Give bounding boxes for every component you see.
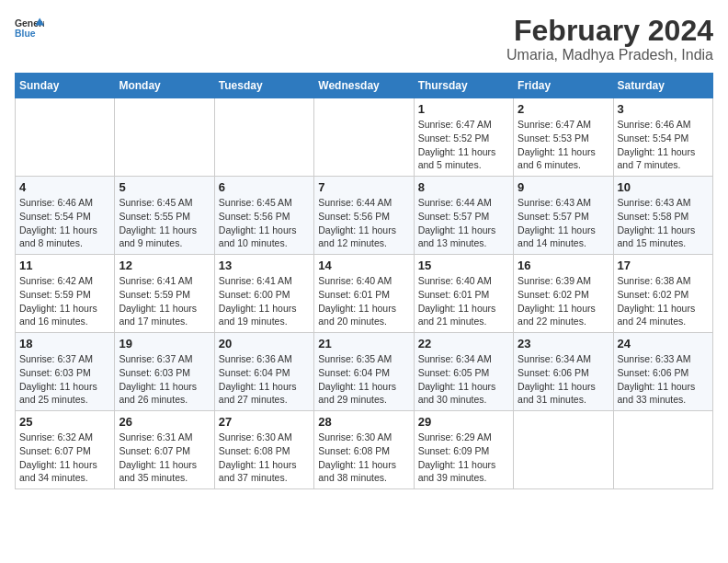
day-of-week-header: Wednesday xyxy=(314,74,414,98)
day-detail: Sunrise: 6:29 AM Sunset: 6:09 PM Dayligh… xyxy=(418,431,509,485)
calendar-cell: 8Sunrise: 6:44 AM Sunset: 5:57 PM Daylig… xyxy=(414,177,513,255)
day-number: 9 xyxy=(518,180,609,194)
calendar-cell: 15Sunrise: 6:40 AM Sunset: 6:01 PM Dayli… xyxy=(414,255,513,333)
logo: General Blue General Blue xyxy=(15,15,44,40)
calendar-cell xyxy=(16,98,115,177)
day-detail: Sunrise: 6:30 AM Sunset: 6:08 PM Dayligh… xyxy=(318,431,409,485)
title-block: February 2024 Umaria, Madhya Pradesh, In… xyxy=(506,15,713,63)
calendar-cell: 3Sunrise: 6:46 AM Sunset: 5:54 PM Daylig… xyxy=(613,98,712,177)
day-detail: Sunrise: 6:36 AM Sunset: 6:04 PM Dayligh… xyxy=(219,352,310,407)
day-detail: Sunrise: 6:43 AM Sunset: 5:58 PM Dayligh… xyxy=(618,196,709,250)
day-detail: Sunrise: 6:47 AM Sunset: 5:52 PM Dayligh… xyxy=(418,118,509,172)
calendar-cell: 6Sunrise: 6:45 AM Sunset: 5:56 PM Daylig… xyxy=(214,177,313,255)
calendar-cell: 16Sunrise: 6:39 AM Sunset: 6:02 PM Dayli… xyxy=(514,255,613,333)
day-detail: Sunrise: 6:34 AM Sunset: 6:06 PM Dayligh… xyxy=(518,352,609,407)
calendar-cell: 13Sunrise: 6:41 AM Sunset: 6:00 PM Dayli… xyxy=(214,255,313,333)
month-year-title: February 2024 xyxy=(506,15,713,47)
day-detail: Sunrise: 6:46 AM Sunset: 5:54 PM Dayligh… xyxy=(618,118,709,172)
calendar-week-row: 1Sunrise: 6:47 AM Sunset: 5:52 PM Daylig… xyxy=(16,98,713,177)
day-number: 19 xyxy=(119,337,210,350)
day-number: 14 xyxy=(318,259,409,272)
calendar-cell xyxy=(613,411,712,489)
calendar-cell: 23Sunrise: 6:34 AM Sunset: 6:06 PM Dayli… xyxy=(514,333,613,411)
calendar-cell: 1Sunrise: 6:47 AM Sunset: 5:52 PM Daylig… xyxy=(414,98,513,177)
calendar-cell xyxy=(514,411,613,489)
day-number: 3 xyxy=(618,102,709,116)
day-detail: Sunrise: 6:34 AM Sunset: 6:05 PM Dayligh… xyxy=(418,352,509,407)
day-detail: Sunrise: 6:47 AM Sunset: 5:53 PM Dayligh… xyxy=(518,118,609,172)
day-of-week-header: Tuesday xyxy=(214,74,313,98)
calendar-cell: 25Sunrise: 6:32 AM Sunset: 6:07 PM Dayli… xyxy=(16,411,115,489)
day-number: 11 xyxy=(19,259,110,272)
svg-text:Blue: Blue xyxy=(15,29,36,39)
day-number: 15 xyxy=(418,259,509,272)
day-number: 29 xyxy=(418,415,509,429)
day-detail: Sunrise: 6:41 AM Sunset: 5:59 PM Dayligh… xyxy=(119,274,210,328)
calendar-cell: 4Sunrise: 6:46 AM Sunset: 5:54 PM Daylig… xyxy=(16,177,115,255)
location-subtitle: Umaria, Madhya Pradesh, India xyxy=(506,47,713,63)
calendar-cell: 21Sunrise: 6:35 AM Sunset: 6:04 PM Dayli… xyxy=(314,333,414,411)
calendar-table: SundayMondayTuesdayWednesdayThursdayFrid… xyxy=(15,73,713,489)
calendar-week-row: 25Sunrise: 6:32 AM Sunset: 6:07 PM Dayli… xyxy=(16,411,713,489)
day-number: 16 xyxy=(518,259,609,272)
day-number: 17 xyxy=(618,259,709,272)
day-number: 23 xyxy=(518,337,609,350)
day-detail: Sunrise: 6:40 AM Sunset: 6:01 PM Dayligh… xyxy=(318,274,409,328)
day-number: 5 xyxy=(119,180,210,194)
day-of-week-header: Saturday xyxy=(613,74,712,98)
day-of-week-header: Thursday xyxy=(414,74,513,98)
day-detail: Sunrise: 6:33 AM Sunset: 6:06 PM Dayligh… xyxy=(618,352,709,407)
calendar-cell: 26Sunrise: 6:31 AM Sunset: 6:07 PM Dayli… xyxy=(115,411,214,489)
calendar-cell: 7Sunrise: 6:44 AM Sunset: 5:56 PM Daylig… xyxy=(314,177,414,255)
day-number: 13 xyxy=(219,259,310,272)
calendar-cell: 2Sunrise: 6:47 AM Sunset: 5:53 PM Daylig… xyxy=(514,98,613,177)
calendar-cell: 10Sunrise: 6:43 AM Sunset: 5:58 PM Dayli… xyxy=(613,177,712,255)
day-number: 8 xyxy=(418,180,509,194)
day-number: 18 xyxy=(19,337,110,350)
day-detail: Sunrise: 6:39 AM Sunset: 6:02 PM Dayligh… xyxy=(518,274,609,328)
day-number: 6 xyxy=(219,180,310,194)
day-of-week-header: Monday xyxy=(115,74,214,98)
calendar-header-row: SundayMondayTuesdayWednesdayThursdayFrid… xyxy=(16,74,713,98)
day-detail: Sunrise: 6:32 AM Sunset: 6:07 PM Dayligh… xyxy=(19,431,110,485)
calendar-cell: 14Sunrise: 6:40 AM Sunset: 6:01 PM Dayli… xyxy=(314,255,414,333)
calendar-week-row: 18Sunrise: 6:37 AM Sunset: 6:03 PM Dayli… xyxy=(16,333,713,411)
day-number: 22 xyxy=(418,337,509,350)
day-detail: Sunrise: 6:43 AM Sunset: 5:57 PM Dayligh… xyxy=(518,196,609,250)
calendar-cell: 5Sunrise: 6:45 AM Sunset: 5:55 PM Daylig… xyxy=(115,177,214,255)
day-detail: Sunrise: 6:46 AM Sunset: 5:54 PM Dayligh… xyxy=(19,196,110,250)
calendar-cell: 29Sunrise: 6:29 AM Sunset: 6:09 PM Dayli… xyxy=(414,411,513,489)
day-of-week-header: Friday xyxy=(514,74,613,98)
day-detail: Sunrise: 6:37 AM Sunset: 6:03 PM Dayligh… xyxy=(119,352,210,407)
calendar-cell: 28Sunrise: 6:30 AM Sunset: 6:08 PM Dayli… xyxy=(314,411,414,489)
day-detail: Sunrise: 6:30 AM Sunset: 6:08 PM Dayligh… xyxy=(219,431,310,485)
day-number: 4 xyxy=(19,180,110,194)
calendar-cell xyxy=(214,98,313,177)
calendar-cell: 27Sunrise: 6:30 AM Sunset: 6:08 PM Dayli… xyxy=(214,411,313,489)
day-detail: Sunrise: 6:44 AM Sunset: 5:56 PM Dayligh… xyxy=(318,196,409,250)
day-number: 10 xyxy=(618,180,709,194)
day-detail: Sunrise: 6:44 AM Sunset: 5:57 PM Dayligh… xyxy=(418,196,509,250)
day-detail: Sunrise: 6:40 AM Sunset: 6:01 PM Dayligh… xyxy=(418,274,509,328)
calendar-cell xyxy=(115,98,214,177)
calendar-cell: 22Sunrise: 6:34 AM Sunset: 6:05 PM Dayli… xyxy=(414,333,513,411)
day-number: 28 xyxy=(318,415,409,429)
day-number: 2 xyxy=(518,102,609,116)
day-number: 27 xyxy=(219,415,310,429)
calendar-cell: 20Sunrise: 6:36 AM Sunset: 6:04 PM Dayli… xyxy=(214,333,313,411)
calendar-cell xyxy=(314,98,414,177)
day-detail: Sunrise: 6:45 AM Sunset: 5:55 PM Dayligh… xyxy=(119,196,210,250)
day-number: 25 xyxy=(19,415,110,429)
day-detail: Sunrise: 6:41 AM Sunset: 6:00 PM Dayligh… xyxy=(219,274,310,328)
day-number: 20 xyxy=(219,337,310,350)
calendar-cell: 18Sunrise: 6:37 AM Sunset: 6:03 PM Dayli… xyxy=(16,333,115,411)
day-number: 7 xyxy=(318,180,409,194)
calendar-cell: 11Sunrise: 6:42 AM Sunset: 5:59 PM Dayli… xyxy=(16,255,115,333)
day-of-week-header: Sunday xyxy=(16,74,115,98)
day-number: 1 xyxy=(418,102,509,116)
page-header: General Blue General Blue February 2024 … xyxy=(15,15,713,63)
day-number: 26 xyxy=(119,415,210,429)
day-detail: Sunrise: 6:37 AM Sunset: 6:03 PM Dayligh… xyxy=(19,352,110,407)
calendar-cell: 19Sunrise: 6:37 AM Sunset: 6:03 PM Dayli… xyxy=(115,333,214,411)
day-detail: Sunrise: 6:38 AM Sunset: 6:02 PM Dayligh… xyxy=(618,274,709,328)
